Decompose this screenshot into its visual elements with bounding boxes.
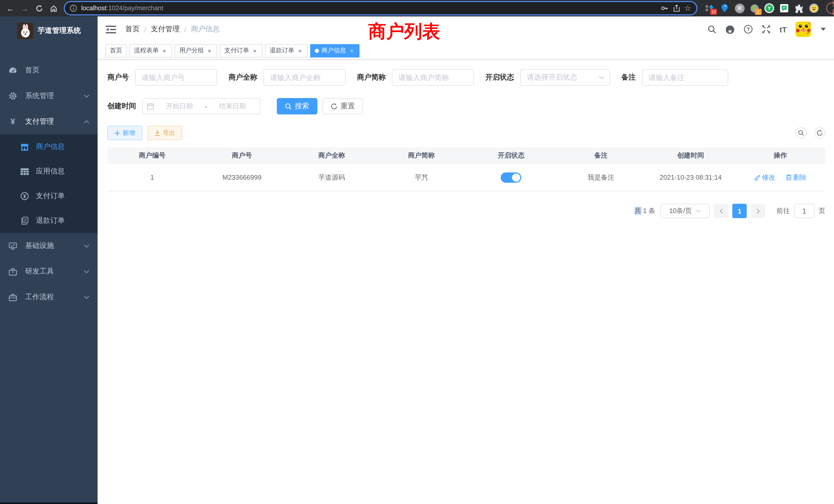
- font-size-icon[interactable]: tT: [780, 25, 787, 33]
- browser-toolbar: ← → localhost:1024/pay/merchant: [0, 0, 834, 17]
- filter-label: 备注: [621, 73, 636, 82]
- search-button[interactable]: 搜索: [277, 98, 317, 114]
- select-placeholder: 请选择开启状态: [527, 73, 599, 82]
- tab-close-icon[interactable]: ×: [251, 47, 258, 54]
- extension-yudao-icon[interactable]: Y: [764, 3, 774, 13]
- avatar[interactable]: [795, 22, 811, 37]
- cell-short-name: 芋艿: [377, 173, 466, 182]
- github-icon[interactable]: [725, 24, 735, 34]
- sidebar-item-pay[interactable]: ¥ 支付管理: [0, 109, 97, 135]
- sidebar-item-label: 支付管理: [25, 117, 84, 126]
- svg-text:?: ?: [747, 26, 750, 32]
- help-icon[interactable]: ?: [744, 25, 753, 34]
- total-count: 1: [643, 207, 646, 214]
- sidebar-item-app-info[interactable]: 应用信息: [0, 159, 97, 184]
- sidebar-logo[interactable]: 芋道管理系统: [0, 17, 97, 45]
- breadcrumb: 首页 / 支付管理 / 商户信息: [125, 25, 220, 34]
- breadcrumb-pay[interactable]: 支付管理: [151, 25, 180, 34]
- breadcrumb-separator: /: [184, 25, 186, 33]
- date-separator: -: [205, 102, 207, 110]
- goto-page-input[interactable]: [794, 204, 814, 218]
- share-icon[interactable]: [673, 4, 680, 12]
- tab-pay-order[interactable]: 支付订单×: [220, 44, 262, 57]
- extension-devtools-icon[interactable]: 10: [705, 3, 715, 13]
- sidebar-item-pay-order[interactable]: 支付订单: [0, 184, 97, 208]
- extension-shortcuts-icon[interactable]: ⌘: [734, 3, 745, 13]
- app-title: 芋道管理系统: [38, 26, 81, 36]
- tab-user-group[interactable]: 用户分组×: [175, 44, 217, 57]
- date-range-picker[interactable]: 开始日期 - 结束日期: [142, 98, 260, 114]
- browser-reload-button[interactable]: [33, 2, 45, 14]
- status-toggle[interactable]: [501, 172, 522, 182]
- bookmark-star-icon[interactable]: ☆: [684, 4, 691, 13]
- filter-label: 商户号: [107, 73, 129, 82]
- tab-close-icon[interactable]: ×: [161, 47, 168, 54]
- page-1-button[interactable]: 1: [732, 204, 747, 218]
- hide-search-button[interactable]: [795, 127, 807, 139]
- search-icon[interactable]: [708, 25, 717, 33]
- download-icon: [155, 130, 160, 136]
- collapse-sidebar-button[interactable]: [106, 25, 116, 33]
- reset-button[interactable]: 重置: [323, 98, 363, 114]
- chrome-update-button[interactable]: 更新: [826, 3, 834, 14]
- browser-forward-button[interactable]: →: [19, 2, 31, 14]
- sidebar-item-label: 退款订单: [36, 216, 65, 225]
- export-button[interactable]: 导出: [147, 126, 182, 140]
- tab-close-icon[interactable]: ×: [297, 47, 303, 54]
- url-text[interactable]: localhost:1024/pay/merchant: [81, 5, 163, 12]
- total-prefix: 共: [635, 207, 641, 214]
- address-bar[interactable]: localhost:1024/pay/merchant ☆: [65, 2, 696, 14]
- short-name-input[interactable]: [392, 69, 474, 86]
- filter-label: 开启状态: [485, 73, 514, 82]
- svg-text:Y: Y: [768, 5, 771, 11]
- merchant-table: 商户编号 商户号 商户全称 商户简称 开启状态 备注 创建时间 操作 1 M23…: [107, 147, 825, 191]
- sidebar-menu: 首页 系统管理 ¥: [0, 58, 97, 310]
- avatar-dropdown-caret[interactable]: [821, 28, 826, 31]
- prev-page-button[interactable]: [714, 204, 728, 218]
- tab-close-icon[interactable]: ×: [349, 47, 355, 54]
- next-page-button[interactable]: [751, 204, 765, 218]
- chevron-down-icon: [84, 295, 89, 299]
- sidebar-submenu-pay: 商户信息 应用信息: [0, 135, 97, 233]
- search-icon: [798, 130, 804, 136]
- sidebar-item-infra[interactable]: 基础设施: [0, 233, 97, 259]
- tab-merchant-info[interactable]: 商户信息×: [310, 44, 359, 57]
- sidebar-item-home[interactable]: 首页: [0, 58, 97, 83]
- remark-input[interactable]: [642, 69, 728, 86]
- extensions-puzzle-icon[interactable]: [794, 3, 804, 13]
- sidebar-item-system[interactable]: 系统管理: [0, 83, 97, 109]
- tab-process-form[interactable]: 流程表单×: [129, 44, 172, 57]
- sidebar-item-merchant-info[interactable]: 商户信息: [0, 135, 97, 159]
- full-name-input[interactable]: [263, 69, 346, 86]
- chevron-right-icon: [756, 208, 760, 214]
- breadcrumb-home[interactable]: 首页: [125, 25, 140, 34]
- merchant-no-input[interactable]: [135, 69, 217, 86]
- browser-home-button[interactable]: [47, 2, 60, 14]
- filter-short-name: 商户简称: [357, 69, 474, 86]
- col-header: 备注: [556, 151, 646, 160]
- page-size-select[interactable]: 10条/页: [660, 204, 710, 218]
- password-key-icon[interactable]: [660, 4, 668, 12]
- sidebar-item-workflow[interactable]: 工作流程: [0, 284, 97, 310]
- extension-recorder-icon[interactable]: 1: [749, 3, 760, 13]
- site-info-icon[interactable]: [70, 5, 77, 12]
- status-select[interactable]: 请选择开启状态: [520, 69, 610, 86]
- sidebar-item-devtools[interactable]: 研发工具: [0, 259, 97, 284]
- col-header: 商户编号: [107, 151, 197, 160]
- chevron-down-icon: [696, 209, 701, 212]
- extension-emoji-icon[interactable]: [809, 3, 819, 13]
- browser-back-button[interactable]: ←: [4, 2, 17, 14]
- tab-close-icon[interactable]: ×: [206, 47, 213, 54]
- tab-refund-order[interactable]: 退款订单×: [265, 44, 308, 57]
- refresh-table-button[interactable]: [814, 127, 825, 139]
- fullscreen-icon[interactable]: [762, 25, 771, 34]
- tab-home[interactable]: 首页: [105, 44, 127, 57]
- edit-link[interactable]: 修改: [754, 173, 775, 182]
- add-button[interactable]: 新增: [107, 126, 142, 140]
- extension-pin-icon[interactable]: [720, 3, 730, 13]
- sidebar-item-refund-order[interactable]: 退款订单: [0, 208, 97, 233]
- delete-link[interactable]: 删除: [786, 173, 807, 182]
- extension-chat-icon[interactable]: [779, 3, 789, 13]
- reload-icon: [35, 4, 43, 12]
- filter-label: 创建时间: [107, 101, 136, 111]
